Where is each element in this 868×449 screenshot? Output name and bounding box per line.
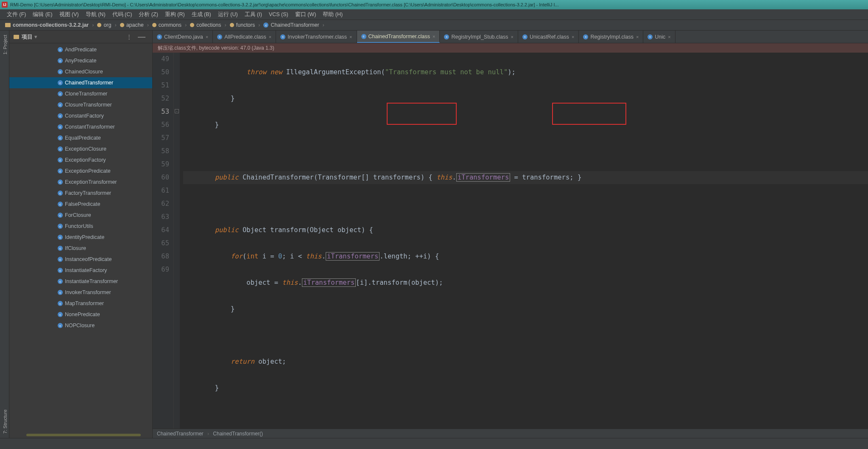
tree-item[interactable]: cExceptionClosure	[9, 143, 152, 154]
tree-item[interactable]: cChainedClosure	[9, 66, 152, 77]
scrollbar-horizontal[interactable]	[26, 434, 141, 436]
editor-tab[interactable]: cClientDemo.java×	[153, 31, 213, 43]
tree-item[interactable]: cClosureTransformer	[9, 99, 152, 110]
tree-item[interactable]: cIdentityPredicate	[9, 232, 152, 243]
breadcrumb-label: commons	[159, 22, 181, 28]
tree-item[interactable]: cNOPClosure	[9, 320, 152, 331]
tree-item[interactable]: cEqualPredicate	[9, 132, 152, 143]
line-number[interactable]: 69	[153, 263, 169, 276]
tree-item[interactable]: cInvokerTransformer	[9, 287, 152, 298]
tree-item[interactable]: cConstantFactory	[9, 110, 152, 121]
breadcrumb[interactable]: org	[95, 22, 113, 28]
line-number[interactable]: 53	[153, 105, 169, 118]
close-icon[interactable]: ×	[269, 34, 271, 39]
tree-item[interactable]: cConstantTransformer	[9, 121, 152, 132]
menu-code[interactable]: 代码 (C)	[109, 10, 136, 20]
line-gutter[interactable]: 4950515253565758596061626364656869	[153, 53, 174, 429]
breadcrumb[interactable]: commons	[151, 22, 183, 28]
line-number[interactable]: 49	[153, 53, 169, 66]
tree-item[interactable]: cFalsePredicate	[9, 199, 152, 210]
menu-view[interactable]: 视图 (V)	[56, 10, 82, 20]
menu-vcs[interactable]: VCS (S)	[265, 10, 292, 19]
line-number[interactable]: 64	[153, 224, 169, 237]
project-tree[interactable]: cAndPredicatecAnyPredicatecChainedClosur…	[9, 43, 152, 438]
chevron-down-icon[interactable]: ▾	[34, 34, 37, 40]
line-number[interactable]: 63	[153, 210, 169, 224]
editor-tab[interactable]: cInvokerTransformer.class×	[276, 31, 357, 43]
tree-item[interactable]: cExceptionPredicate	[9, 166, 152, 177]
breadcrumb[interactable]: cChainedTransformer	[262, 22, 321, 28]
breadcrumb-item[interactable]: ChainedTransformer	[157, 431, 204, 437]
editor-tab[interactable]: cRegistryImpl.class×	[579, 31, 643, 43]
close-icon[interactable]: ×	[206, 34, 208, 39]
line-number[interactable]: 60	[153, 171, 169, 184]
line-number[interactable]: 68	[153, 250, 169, 263]
tool-structure-tab[interactable]: 7: Structure	[0, 405, 9, 438]
breadcrumb[interactable]: functors	[228, 22, 257, 28]
tab-label: UnicastRef.class	[530, 34, 569, 40]
panel-minimize-button[interactable]: —	[135, 32, 148, 41]
tree-item[interactable]: cCloneTransformer	[9, 88, 152, 99]
editor-tab[interactable]: cUnicastRef.class×	[518, 31, 579, 43]
menu-tools[interactable]: 工具 (I)	[241, 10, 265, 20]
line-number[interactable]: 62	[153, 197, 169, 210]
line-number[interactable]: 65	[153, 237, 169, 250]
line-number[interactable]: 56	[153, 118, 169, 132]
breadcrumb-item[interactable]: ChainedTransformer()	[213, 431, 263, 437]
tree-item[interactable]: cFunctorUtils	[9, 221, 152, 232]
editor-tab[interactable]: cChainedTransformer.class×	[357, 31, 440, 43]
tree-item[interactable]: cAnyPredicate	[9, 55, 152, 66]
tool-project-tab[interactable]: 1: Project	[0, 31, 9, 59]
menu-build[interactable]: 生成 (B)	[188, 10, 215, 20]
package-icon	[190, 23, 194, 27]
line-number[interactable]: 50	[153, 66, 169, 79]
menu-navigate[interactable]: 导航 (N)	[82, 10, 109, 20]
editor-tab[interactable]: cRegistryImpl_Stub.class×	[440, 31, 518, 43]
line-number[interactable]: 61	[153, 184, 169, 197]
tree-item[interactable]: cMapTransformer	[9, 298, 152, 309]
tree-item[interactable]: cExceptionFactory	[9, 154, 152, 166]
tree-item[interactable]: cNonePredicate	[9, 309, 152, 320]
tree-item[interactable]: cInstantiateTransformer	[9, 276, 152, 287]
menu-file[interactable]: 文件 (F)	[3, 10, 29, 20]
close-icon[interactable]: ×	[636, 34, 639, 39]
breadcrumb[interactable]: collections	[188, 22, 223, 28]
tree-item[interactable]: cIfClosure	[9, 243, 152, 254]
tab-label: ChainedTransformer.class	[368, 34, 430, 39]
close-icon[interactable]: ×	[668, 34, 670, 39]
menu-window[interactable]: 窗口 (W)	[292, 10, 320, 20]
close-icon[interactable]: ×	[511, 34, 514, 39]
tree-item[interactable]: cFactoryTransformer	[9, 188, 152, 199]
tree-item[interactable]: cChainedTransformer	[9, 77, 152, 88]
close-icon[interactable]: ×	[433, 34, 435, 39]
line-number[interactable]: 58	[153, 145, 169, 158]
project-panel: 项目 ▾ ⋮ — cAndPredicatecAnyPredicatecChai…	[9, 31, 153, 438]
code-editor[interactable]: 4950515253565758596061626364656869 - thr…	[153, 53, 868, 429]
project-title[interactable]: 项目	[22, 33, 33, 41]
breadcrumb[interactable]: apache	[118, 22, 145, 28]
close-icon[interactable]: ×	[572, 34, 574, 39]
tree-item[interactable]: cAndPredicate	[9, 44, 152, 55]
fold-column[interactable]: -	[174, 53, 180, 429]
tree-item[interactable]: cInstanceofPredicate	[9, 254, 152, 265]
menu-refactor[interactable]: 重构 (R)	[162, 10, 188, 20]
tree-item[interactable]: cInstantiateFactory	[9, 265, 152, 276]
editor-tab[interactable]: cAllPredicate.class×	[213, 31, 276, 43]
line-number[interactable]: 59	[153, 158, 169, 171]
decompiled-banner: 解压缩.class文件, bytecode version: 47.0 (Jav…	[153, 43, 868, 53]
menu-run[interactable]: 运行 (U)	[215, 10, 241, 20]
line-number[interactable]: 52	[153, 92, 169, 105]
line-number[interactable]: 57	[153, 132, 169, 145]
fold-marker-icon[interactable]: -	[175, 109, 179, 113]
breadcrumb[interactable]: commons-collections-3.2.2.jar	[3, 22, 90, 28]
editor-tab[interactable]: cUnic×	[643, 31, 675, 43]
menu-edit[interactable]: 编辑 (E)	[29, 10, 56, 20]
menu-help[interactable]: 帮助 (H)	[319, 10, 346, 20]
menu-analyze[interactable]: 分析 (Z)	[135, 10, 161, 20]
code-content[interactable]: throw new IllegalArgumentException("Tran…	[180, 53, 868, 429]
panel-options-button[interactable]: ⋮	[124, 34, 135, 40]
tree-item[interactable]: cExceptionTransformer	[9, 177, 152, 188]
tree-item[interactable]: cForClosure	[9, 210, 152, 221]
close-icon[interactable]: ×	[349, 34, 352, 39]
line-number[interactable]: 51	[153, 79, 169, 92]
